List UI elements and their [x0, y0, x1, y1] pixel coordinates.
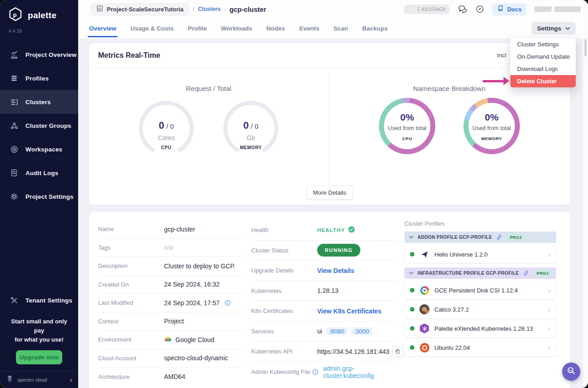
copy-icon[interactable] [392, 346, 403, 357]
svg-text:p: p [13, 11, 17, 18]
cpu-gauge: 0 / 0 Cores CPU [137, 99, 196, 158]
metrics-title: Metrics Real-Time [98, 51, 160, 60]
menu-item-on-demand-update[interactable]: On-Demand Update [510, 50, 576, 63]
profile-layer-calico[interactable]: Calico 3.27.2 › [404, 301, 556, 318]
kubeconfig-download-link[interactable]: admin.gcp-cluster.kubeconfig [323, 365, 398, 379]
detail-row: Environment Google Cloud [98, 331, 243, 349]
sidebar-item-tenant-settings[interactable]: Tenant Settings [0, 289, 78, 312]
profile-layer-ubuntu[interactable]: Ubuntu 22.04 › [404, 339, 556, 356]
kubernetes-version: 1.28.13 [317, 287, 339, 294]
sidebar: p palette 4.4.19 Project Overview Profil… [0, 0, 78, 388]
book-icon [497, 5, 504, 13]
status-row: Admin Kubeconfig File admin.gcp-cluster.… [251, 362, 398, 383]
header-actions: 1.43/100kCh Docs [404, 3, 581, 15]
sidebar-item-audit-logs[interactable]: Audit Logs [0, 161, 78, 185]
compass-icon[interactable] [475, 5, 484, 14]
menu-item-delete-cluster[interactable]: Delete Cluster [510, 75, 576, 87]
sidebar-item-workspaces[interactable]: Workspaces [0, 137, 78, 161]
row-value: AMD64 [164, 373, 185, 380]
gauge-value: 0 / 0 [221, 120, 280, 131]
sidebar-item-cluster-groups[interactable]: Cluster Groups [0, 114, 78, 137]
status-dot-green [410, 252, 414, 257]
scrollbar-thumb[interactable] [584, 39, 587, 56]
upgrade-now-button[interactable]: Upgrade now [16, 350, 62, 364]
profile-layer-hello-universe[interactable]: Hello Universe 1.2.0 › [404, 246, 556, 263]
detail-row: Cloud Accountspectro-cloud-dynamic [98, 349, 243, 368]
google-cloud-icon [164, 336, 172, 343]
settings-dropdown-menu: Cluster Settings On-Demand Update Downlo… [510, 38, 576, 87]
view-details-link[interactable]: View Details [317, 267, 354, 274]
tab-scan[interactable]: Scan [334, 18, 348, 39]
addon-profile-header[interactable]: ADDON PROFILE GCP-PROFILE PROJ [404, 232, 556, 243]
service-name: ui [317, 328, 322, 335]
settings-dropdown-button[interactable]: Settings [532, 22, 576, 35]
row-value: n/a [164, 244, 173, 251]
row-label: Tags [98, 244, 164, 251]
donut-percent: 0% [379, 112, 435, 123]
help-search-fab[interactable] [562, 363, 580, 381]
service-port-link[interactable]: :8080 [326, 328, 347, 335]
cluster-profiles-title: Cluster Profiles [404, 220, 556, 227]
view-certificates-link[interactable]: View K8s Certificates [317, 307, 381, 315]
collapse-sidebar-icon[interactable]: ‹ [70, 376, 72, 383]
chevron-down-icon [409, 272, 414, 275]
row-label: Admin Kubeconfig File [251, 368, 310, 375]
profile-layer-pxk[interactable]: Palette eXtended Kubernetes 1.28.13 › [404, 320, 556, 337]
docs-button[interactable]: Docs [492, 3, 527, 15]
menu-item-download-logs[interactable]: Download Logs [510, 63, 576, 75]
user-info-redacted[interactable] [534, 6, 581, 12]
brand-footer-text: spectro cloud [17, 377, 47, 383]
calico-icon [419, 304, 429, 314]
project-selector[interactable]: Project-ScaleSecureTutoria [91, 3, 189, 15]
menu-item-cluster-settings[interactable]: Cluster Settings [510, 38, 576, 50]
breadcrumb-separator: / [193, 6, 194, 13]
sidebar-item-clusters[interactable]: Clusters [0, 90, 78, 114]
sidebar-nav: Project Overview Profiles Clusters Clust… [0, 43, 78, 208]
sidebar-item-label: Audit Logs [25, 170, 59, 176]
tab-nodes[interactable]: Nodes [266, 18, 285, 39]
detail-row: ContextProject [98, 312, 243, 331]
memory-gauge: 0 / 0 Gb MEMORY [221, 99, 280, 158]
magnifier-smile-icon [566, 366, 576, 378]
namespace-breakdown-panel: Namespace Breakdown 0% Used from total C… [329, 68, 570, 205]
donut-caption: MEMORY [463, 136, 520, 141]
chat-icon[interactable] [458, 5, 468, 14]
breadcrumb-separator: / [224, 6, 226, 13]
tab-usage-costs[interactable]: Usage & Costs [130, 18, 174, 39]
gauges: 0 / 0 Cores CPU 0 / 0 Gb MEMORY [137, 99, 280, 158]
gauge-caption: CPU [137, 145, 196, 150]
tab-workloads[interactable]: Workloads [221, 18, 252, 39]
breadcrumb-clusters-link[interactable]: Clusters [198, 6, 220, 12]
profile-layer-name: Hello Universe 1.2.0 [434, 251, 488, 258]
redacted-block [534, 6, 552, 12]
service-port-link[interactable]: :3000 [351, 328, 372, 335]
infrastructure-profile-header[interactable]: INFRASTRUCTURE PROFILE GCP-PROFILE PROJ [404, 267, 556, 279]
cluster-profiles-column: Cluster Profiles ADDON PROFILE GCP-PROFI… [404, 220, 556, 358]
tab-overview[interactable]: Overview [89, 18, 116, 39]
sidebar-footer: spectro cloud ‹ [0, 371, 78, 388]
sidebar-item-project-settings[interactable]: Project Settings [0, 185, 78, 208]
tab-profile[interactable]: Profile [188, 18, 207, 39]
donut-label: Used from total [379, 125, 435, 131]
tab-events[interactable]: Events [299, 18, 319, 39]
clusters-list-icon [10, 97, 19, 106]
chevron-right-icon: › [548, 325, 551, 333]
tab-backups[interactable]: Backups [362, 18, 388, 39]
row-label: Kubernetes API [251, 348, 317, 355]
palette-k8s-icon [419, 323, 429, 333]
status-dot-green [410, 288, 414, 292]
tools-icon [10, 296, 19, 305]
app-window: p palette 4.4.19 Project Overview Profil… [0, 0, 588, 388]
target-icon [10, 145, 19, 154]
info-icon[interactable] [224, 300, 231, 306]
sidebar-item-label: Project Settings [25, 193, 74, 200]
stack-icon [10, 74, 19, 83]
profile-layer-gce-csi[interactable]: GCE Persistent Disk CSI 1.12.4 › [404, 282, 556, 299]
status-row: Health HEALTHY [251, 220, 398, 241]
network-icon [10, 121, 19, 130]
row-label: Created On [98, 281, 164, 288]
sidebar-item-project-overview[interactable]: Project Overview [0, 43, 78, 66]
sidebar-item-profiles[interactable]: Profiles [0, 66, 78, 90]
info-icon[interactable] [312, 369, 319, 375]
more-details-button[interactable]: More Details [306, 186, 353, 200]
